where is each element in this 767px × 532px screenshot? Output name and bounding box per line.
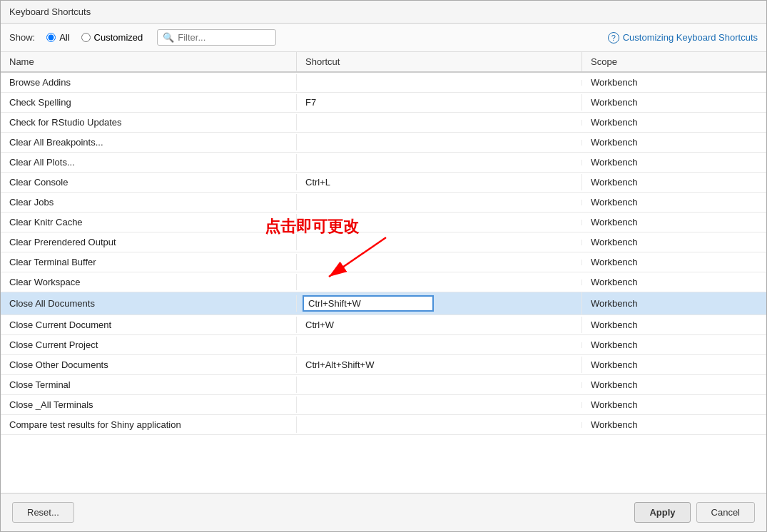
cell-shortcut bbox=[297, 402, 582, 408]
table-row[interactable]: Check SpellingF7Workbench bbox=[1, 93, 766, 113]
header-scope: Scope bbox=[582, 52, 766, 71]
cell-name: Clear Terminal Buffer bbox=[1, 254, 297, 270]
help-link[interactable]: ? Customizing Keyboard Shortcuts bbox=[608, 32, 758, 44]
cell-name: Clear Workspace bbox=[1, 274, 297, 290]
cell-name: Close Current Document bbox=[1, 317, 297, 333]
table-row[interactable]: Clear Knitr CacheWorkbench bbox=[1, 213, 766, 232]
cell-shortcut bbox=[297, 240, 582, 245]
radio-all-input[interactable] bbox=[46, 33, 56, 42]
footer: Reset... Apply Cancel bbox=[1, 493, 766, 531]
radio-group-show: All Customized bbox=[46, 32, 143, 43]
table-row[interactable]: Clear Terminal BufferWorkbench bbox=[1, 252, 766, 272]
title-bar: Keyboard Shortcuts bbox=[1, 1, 766, 24]
cell-name: Clear Prerendered Output bbox=[1, 234, 297, 250]
cell-name: Clear Jobs bbox=[1, 194, 297, 210]
cell-shortcut bbox=[297, 80, 582, 86]
radio-customized-option[interactable]: Customized bbox=[81, 32, 143, 43]
header-name: Name bbox=[1, 52, 297, 71]
cell-shortcut: F7 bbox=[297, 94, 582, 111]
radio-all-label: All bbox=[59, 32, 69, 43]
cell-shortcut bbox=[297, 280, 582, 285]
table-row[interactable]: Clear All Plots...Workbench bbox=[1, 153, 766, 173]
filter-box: 🔍 bbox=[157, 29, 276, 46]
keyboard-shortcuts-dialog: Keyboard Shortcuts Show: All Customized … bbox=[0, 0, 767, 532]
apply-button[interactable]: Apply bbox=[634, 502, 690, 523]
footer-left: Reset... bbox=[12, 502, 74, 523]
table-row[interactable]: Clear ConsoleCtrl+LWorkbench bbox=[1, 173, 766, 193]
table-row[interactable]: Close Current DocumentCtrl+WWorkbench bbox=[1, 315, 766, 335]
table-row[interactable]: Browse AddinsWorkbench bbox=[1, 73, 766, 93]
cell-name: Check Spelling bbox=[1, 94, 297, 111]
table-row[interactable]: Close _All TerminalsWorkbench bbox=[1, 395, 766, 415]
cell-scope: Workbench bbox=[582, 154, 766, 170]
shortcut-edit-input[interactable] bbox=[303, 295, 434, 312]
cell-scope: Workbench bbox=[582, 397, 766, 413]
radio-customized-label: Customized bbox=[94, 32, 143, 43]
header-shortcut: Shortcut bbox=[297, 52, 582, 71]
cell-scope: Workbench bbox=[582, 94, 766, 111]
cell-name: Close Terminal bbox=[1, 377, 297, 393]
search-icon: 🔍 bbox=[163, 32, 174, 43]
cell-shortcut: Ctrl+W bbox=[297, 317, 582, 333]
cell-name: Close All Documents bbox=[1, 295, 297, 312]
table-header: Name Shortcut Scope bbox=[1, 52, 766, 73]
table-row[interactable]: Compare test results for Shiny applicati… bbox=[1, 415, 766, 435]
cell-shortcut bbox=[297, 200, 582, 205]
cell-name: Browse Addins bbox=[1, 74, 297, 91]
cell-scope: Workbench bbox=[582, 317, 766, 333]
cell-shortcut[interactable] bbox=[297, 292, 582, 314]
cell-scope: Workbench bbox=[582, 114, 766, 131]
cell-name: Check for RStudio Updates bbox=[1, 114, 297, 131]
footer-right: Apply Cancel bbox=[634, 502, 755, 523]
cell-shortcut: Ctrl+L bbox=[297, 174, 582, 190]
cell-name: Close _All Terminals bbox=[1, 397, 297, 413]
cell-shortcut bbox=[297, 342, 582, 348]
cell-scope: Workbench bbox=[582, 254, 766, 270]
help-icon: ? bbox=[608, 32, 619, 44]
cell-scope: Workbench bbox=[582, 214, 766, 230]
radio-all-option[interactable]: All bbox=[46, 32, 69, 43]
cell-shortcut bbox=[297, 160, 582, 165]
cell-name: Close Current Project bbox=[1, 337, 297, 353]
table-row[interactable]: Close All DocumentsWorkbench bbox=[1, 292, 766, 315]
table-row[interactable]: Clear All Breakpoints...Workbench bbox=[1, 133, 766, 153]
table-row[interactable]: Clear WorkspaceWorkbench bbox=[1, 272, 766, 292]
cell-shortcut bbox=[297, 382, 582, 388]
table-row[interactable]: Clear JobsWorkbench bbox=[1, 193, 766, 213]
cell-name: Clear All Breakpoints... bbox=[1, 134, 297, 150]
table-row[interactable]: Clear Prerendered OutputWorkbench bbox=[1, 232, 766, 252]
cell-scope: Workbench bbox=[582, 134, 766, 150]
show-label: Show: bbox=[9, 32, 35, 43]
cell-shortcut bbox=[297, 260, 582, 265]
help-link-label: Customizing Keyboard Shortcuts bbox=[623, 32, 758, 43]
radio-customized-input[interactable] bbox=[81, 33, 91, 42]
cell-scope: Workbench bbox=[582, 174, 766, 190]
cell-scope: Workbench bbox=[582, 377, 766, 393]
cell-shortcut bbox=[297, 422, 582, 428]
cell-name: Clear Knitr Cache bbox=[1, 214, 297, 230]
filter-input[interactable] bbox=[178, 32, 270, 43]
cell-shortcut bbox=[297, 140, 582, 145]
toolbar: Show: All Customized 🔍 ? Customizing Key… bbox=[1, 24, 766, 52]
cell-scope: Workbench bbox=[582, 234, 766, 250]
table-row[interactable]: Close Other DocumentsCtrl+Alt+Shift+WWor… bbox=[1, 355, 766, 375]
cell-scope: Workbench bbox=[582, 337, 766, 353]
shortcuts-table: Name Shortcut Scope Browse AddinsWorkben… bbox=[1, 52, 766, 493]
cell-name: Close Other Documents bbox=[1, 357, 297, 373]
table-row[interactable]: Close TerminalWorkbench bbox=[1, 375, 766, 395]
cell-scope: Workbench bbox=[582, 74, 766, 91]
cell-shortcut: Ctrl+Alt+Shift+W bbox=[297, 357, 582, 373]
reset-button[interactable]: Reset... bbox=[12, 502, 74, 523]
cell-scope: Workbench bbox=[582, 295, 766, 312]
cell-name: Clear All Plots... bbox=[1, 154, 297, 170]
table-row[interactable]: Check for RStudio UpdatesWorkbench bbox=[1, 113, 766, 133]
cell-scope: Workbench bbox=[582, 194, 766, 210]
dialog-title: Keyboard Shortcuts bbox=[9, 6, 91, 17]
cell-scope: Workbench bbox=[582, 274, 766, 290]
cell-name: Compare test results for Shiny applicati… bbox=[1, 416, 297, 433]
table-body[interactable]: Browse AddinsWorkbenchCheck SpellingF7Wo… bbox=[1, 73, 766, 493]
cell-scope: Workbench bbox=[582, 357, 766, 373]
cancel-button[interactable]: Cancel bbox=[696, 502, 755, 523]
table-row[interactable]: Close Current ProjectWorkbench bbox=[1, 335, 766, 355]
cell-scope: Workbench bbox=[582, 416, 766, 433]
